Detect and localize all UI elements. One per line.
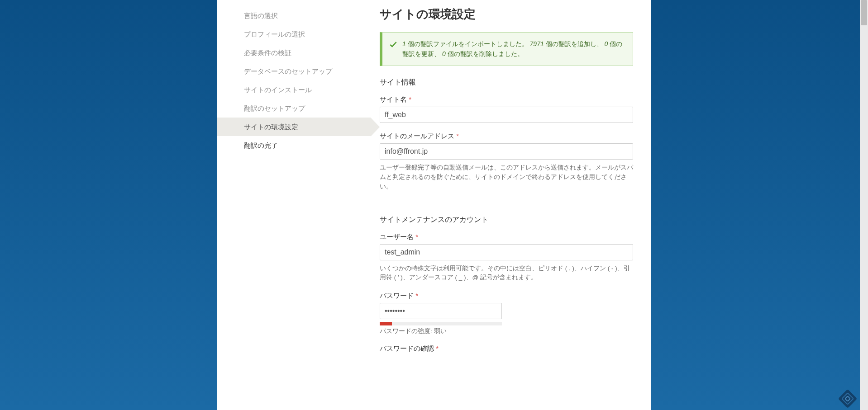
password-strength-text: パスワードの強度: 弱い: [380, 327, 633, 335]
step-3: データベースのセットアップ: [217, 62, 371, 80]
status-message-success: 1 個の翻訳ファイルをインポートしました。 7971 個の翻訳を追加し、 0 個…: [380, 32, 633, 66]
input-username[interactable]: [380, 244, 633, 260]
password-strength-bar: [380, 322, 392, 325]
required-marker: *: [415, 292, 418, 299]
required-marker: *: [409, 95, 411, 103]
step-7: 翻訳の完了: [217, 136, 371, 155]
label-site-name: サイト名 *: [380, 95, 633, 104]
step-2: 必要条件の検証: [217, 43, 371, 62]
step-5: 翻訳のセットアップ: [217, 99, 371, 118]
content-card: 言語の選択プロフィールの選択必要条件の検証データベースのセットアップサイトのイン…: [217, 0, 651, 410]
input-password[interactable]: [380, 303, 502, 319]
label-password: パスワード *: [380, 292, 633, 300]
section-maintenance-account: サイトメンテナンスのアカウント: [380, 215, 633, 225]
vertical-scrollbar[interactable]: ▲: [860, 0, 868, 410]
field-site-name: サイト名 *: [380, 95, 633, 123]
message-text: 1 個の翻訳ファイルをインポートしました。 7971 個の翻訳を追加し、 0 個…: [402, 40, 622, 57]
help-username: いくつかの特殊文字は利用可能です。その中には空白、ピリオド ( . )、ハイフン…: [380, 264, 633, 283]
app-frame: 言語の選択プロフィールの選択必要条件の検証データベースのセットアップサイトのイン…: [0, 0, 868, 410]
required-marker: *: [456, 132, 459, 140]
step-4: サイトのインストール: [217, 80, 371, 99]
step-1: プロフィールの選択: [217, 25, 371, 43]
page-title: サイトの環境設定: [380, 6, 633, 22]
input-site-email[interactable]: [380, 143, 633, 160]
corner-logo-icon: [838, 389, 857, 408]
required-marker: *: [436, 344, 439, 352]
install-steps-sidebar: 言語の選択プロフィールの選択必要条件の検証データベースのセットアップサイトのイン…: [217, 0, 371, 410]
required-marker: *: [415, 233, 418, 240]
scrollbar-thumb[interactable]: [861, 0, 867, 25]
step-0: 言語の選択: [217, 6, 371, 25]
check-icon: [389, 40, 398, 49]
password-strength-meter: [380, 322, 502, 325]
field-password: パスワード * パスワードの強度: 弱い: [380, 292, 633, 335]
field-site-email: サイトのメールアドレス * ユーザー登録完了等の自動送信メールは、このアドレスか…: [380, 132, 633, 192]
step-6: サイトの環境設定: [217, 118, 371, 136]
field-username: ユーザー名 * いくつかの特殊文字は利用可能です。その中には空白、ピリオド ( …: [380, 233, 633, 283]
label-password-confirm: パスワードの確認 *: [380, 344, 633, 353]
label-username: ユーザー名 *: [380, 233, 633, 241]
help-site-email: ユーザー登録完了等の自動送信メールは、このアドレスから送信されます。メールがスパ…: [380, 163, 633, 192]
label-site-email: サイトのメールアドレス *: [380, 132, 633, 141]
section-site-info: サイト情報: [380, 78, 633, 87]
input-site-name[interactable]: [380, 107, 633, 123]
field-password-confirm: パスワードの確認 *: [380, 344, 633, 353]
main-panel: サイトの環境設定 1 個の翻訳ファイルをインポートしました。 7971 個の翻訳…: [371, 0, 651, 410]
